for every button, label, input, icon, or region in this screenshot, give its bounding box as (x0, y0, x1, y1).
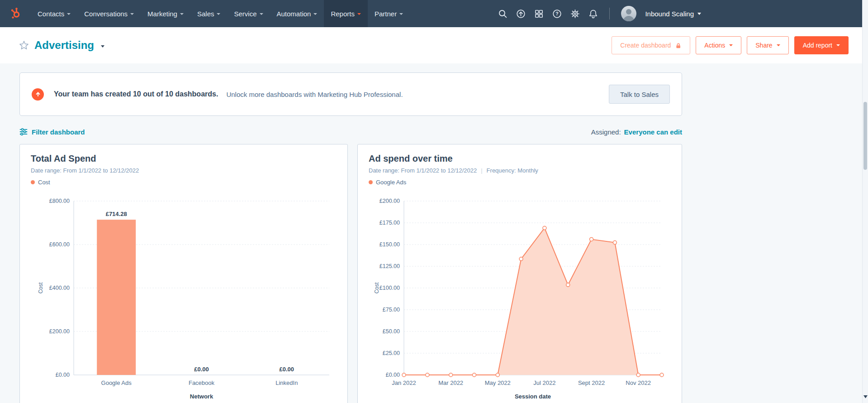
hubspot-logo[interactable] (9, 7, 23, 20)
x-tick-label: Google Ads (101, 379, 132, 386)
nav-item-label: Conversations (84, 10, 128, 18)
upgrade-arrow-icon (32, 88, 44, 101)
settings-gear-icon[interactable] (570, 9, 580, 19)
actions-button[interactable]: Actions (696, 36, 741, 54)
filter-dashboard-link[interactable]: Filter dashboard (19, 128, 85, 136)
data-point[interactable] (402, 373, 406, 377)
nav-item-label: Reports (331, 10, 355, 18)
dashboard-switcher-caret[interactable] (101, 45, 104, 48)
x-tick-label: Mar 2022 (438, 379, 463, 386)
nav-item-service[interactable]: Service (227, 0, 270, 27)
nav-item-contacts[interactable]: Contacts (31, 0, 77, 27)
scrollbar-thumb[interactable] (863, 102, 867, 170)
legend-item-google-ads[interactable]: Google Ads (369, 179, 671, 186)
data-point[interactable] (636, 373, 640, 377)
add-report-label: Add report (803, 42, 832, 49)
scrollbar-track[interactable] (862, 0, 868, 403)
create-dashboard-button[interactable]: Create dashboard (612, 36, 690, 54)
data-point[interactable] (496, 373, 499, 377)
nav-item-conversations[interactable]: Conversations (77, 0, 141, 27)
svg-text:?: ? (556, 11, 559, 16)
x-tick-label: Sept 2022 (578, 379, 605, 386)
x-tick-label: Facebook (189, 379, 215, 386)
report-date-range: Date range: From 1/1/2022 to 12/12/2022 (31, 167, 337, 174)
chevron-down-icon (313, 13, 317, 15)
nav-divider (609, 8, 610, 19)
chevron-down-icon (729, 44, 733, 46)
nav-item-partner[interactable]: Partner (368, 0, 410, 27)
chevron-down-icon (697, 13, 701, 15)
create-dashboard-label: Create dashboard (620, 42, 671, 49)
chevron-down-icon (67, 13, 71, 15)
data-point[interactable] (590, 237, 593, 241)
scroll-down-arrow[interactable] (863, 392, 868, 400)
report-card-total-ad-spend: Total Ad Spend Date range: From 1/1/2022… (19, 144, 348, 403)
bar-value-label: £0.00 (280, 366, 294, 373)
help-icon[interactable]: ? (552, 9, 562, 19)
x-axis-label: Session date (515, 393, 551, 400)
data-point[interactable] (613, 241, 617, 245)
x-tick-label: LinkedIn (275, 379, 298, 386)
upgrade-icon[interactable] (516, 9, 526, 19)
search-icon[interactable] (498, 9, 508, 19)
data-point[interactable] (472, 373, 476, 377)
account-menu[interactable]: Inbound Scaling (645, 10, 701, 18)
lock-icon (675, 42, 682, 49)
avatar[interactable] (621, 6, 636, 21)
report-frequency: Frequency: Monthly (487, 167, 538, 174)
nav-item-label: Contacts (38, 10, 64, 18)
bar-value-label: £714.28 (106, 211, 127, 217)
total-ad-spend-bar-chart: £800.00£600.00£400.00£200.00£0.00£714.28… (31, 189, 337, 403)
nav-item-sales[interactable]: Sales (190, 0, 228, 27)
y-tick-label: £800.00 (49, 198, 70, 204)
area-fill (404, 228, 662, 375)
page-title[interactable]: Advertising (34, 39, 94, 52)
chevron-down-icon (357, 13, 361, 15)
x-axis-label: Network (190, 393, 213, 400)
chevron-down-icon (217, 13, 220, 15)
data-point[interactable] (519, 257, 523, 261)
share-label: Share (755, 42, 772, 49)
x-tick-label: Jul 2022 (533, 379, 555, 386)
report-date-range: Date range: From 1/1/2022 to 12/12/2022 (369, 167, 477, 174)
x-tick-label: Jan 2022 (392, 379, 416, 386)
favorite-star-icon[interactable] (19, 41, 28, 50)
nav-item-automation[interactable]: Automation (270, 0, 324, 27)
nav-item-label: Sales (197, 10, 214, 18)
y-axis-label: Cost (374, 282, 380, 293)
x-tick-label: May 2022 (485, 379, 511, 386)
data-point[interactable] (543, 226, 546, 230)
marketplace-icon[interactable] (534, 9, 544, 19)
bar-google-ads[interactable] (97, 220, 136, 375)
nav-item-label: Marketing (147, 10, 177, 18)
notifications-bell-icon[interactable] (588, 9, 598, 19)
hubspot-sprocket-icon (9, 7, 23, 20)
nav-item-reports[interactable]: Reports (324, 0, 368, 27)
subtitle-divider: | (481, 167, 482, 174)
add-report-button[interactable]: Add report (794, 36, 849, 54)
data-point[interactable] (449, 373, 453, 377)
y-tick-label: £175.00 (379, 220, 400, 226)
chevron-down-icon (836, 44, 840, 46)
y-tick-label: £0.00 (56, 372, 70, 378)
avatar-silhouette (621, 6, 636, 21)
report-title: Total Ad Spend (31, 154, 337, 164)
data-point[interactable] (426, 373, 429, 377)
data-point[interactable] (660, 373, 664, 377)
y-tick-label: £400.00 (49, 285, 70, 291)
banner-heading: Your team has created 10 out of 10 dashb… (54, 90, 218, 98)
y-tick-label: £25.00 (383, 350, 400, 356)
top-navbar: Contacts Conversations Marketing Sales S… (0, 0, 868, 27)
nav-item-marketing[interactable]: Marketing (141, 0, 190, 27)
legend-item-cost[interactable]: Cost (31, 179, 337, 186)
y-tick-label: £150.00 (379, 241, 400, 248)
data-point[interactable] (566, 283, 570, 287)
share-button[interactable]: Share (747, 36, 788, 54)
report-card-ad-spend-over-time: Ad spend over time Date range: From 1/1/… (357, 144, 682, 403)
legend-label: Cost (38, 179, 50, 186)
actions-label: Actions (704, 42, 725, 49)
talk-to-sales-button[interactable]: Talk to Sales (609, 85, 670, 104)
nav-item-label: Automation (277, 10, 311, 18)
assigned-value-link[interactable]: Everyone can edit (624, 128, 682, 136)
y-tick-label: £600.00 (49, 241, 70, 248)
